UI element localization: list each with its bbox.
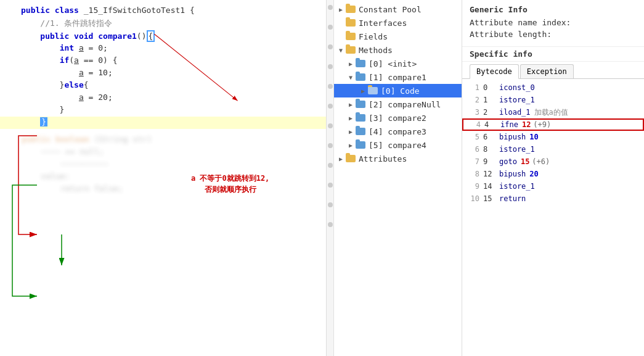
gutter-strip	[327, 0, 334, 356]
bc-instruction: goto	[499, 157, 517, 166]
code-line: }	[0, 104, 326, 117]
tree-arrow-icon: ▶	[336, 6, 345, 13]
tree-item-label: [2] compareNull	[369, 100, 441, 109]
tree-item-compare3[interactable]: ▶ [4] compare3	[334, 125, 462, 138]
tree-item-constant-pool[interactable]: ▶ Constant Pool	[334, 2, 462, 16]
specific-info-label: Specific info	[462, 47, 644, 62]
code-line: return false;	[0, 183, 326, 196]
tree-content: ▶ Constant Pool Interfaces Fields ▼ Meth…	[334, 0, 462, 356]
bc-operand-num: 20	[529, 170, 538, 178]
tree-item-compare4[interactable]: ▶ [5] compare4	[334, 138, 462, 152]
folder-icon	[345, 18, 356, 28]
folder-icon	[345, 154, 356, 164]
bytecode-row: 2 1 istore_1	[462, 94, 644, 106]
generic-info-section: Generic Info Attribute name index: Attri…	[462, 0, 644, 47]
code-text: if(a == 0) {	[18, 56, 326, 65]
bc-offset: 15	[483, 194, 495, 203]
attribute-name-label: Attribute name index:	[470, 18, 571, 27]
tab-exception[interactable]: Exception	[520, 64, 574, 78]
code-line: public boolean (String str)	[0, 134, 326, 146]
line-number	[0, 30, 18, 31]
bc-instruction: bipush	[499, 133, 526, 141]
code-text: //1. 条件跳转指令	[18, 18, 326, 29]
tree-panel: ▶ Constant Pool Interfaces Fields ▼ Meth…	[327, 0, 462, 356]
line-number	[0, 6, 18, 6]
tree-item-compare2[interactable]: ▶ [3] compare2	[334, 111, 462, 125]
tree-item-fields[interactable]: Fields	[334, 30, 462, 43]
tree-item-label: [0] <init>	[369, 59, 417, 68]
bytecode-row: 8 12 bipush 20	[462, 168, 644, 180]
tree-item-code[interactable]: ▶ [0] Code	[334, 84, 462, 97]
attribute-name-field: Attribute name index:	[470, 18, 637, 27]
tree-item-comparenull[interactable]: ▶ [2] compareNull	[334, 97, 462, 111]
code-text: a = 20;	[18, 93, 326, 102]
bytecode-row: 1 0 iconst_0	[462, 81, 644, 94]
code-line: }else{	[0, 80, 326, 92]
tree-item-label: Methods	[359, 46, 393, 55]
code-line: int a = 0;	[0, 43, 326, 55]
tree-arrow-icon: ▶	[336, 155, 345, 162]
code-line: a = 20;	[0, 92, 326, 104]
tree-item-init[interactable]: ▶ [0] <init>	[334, 57, 462, 70]
folder-blue-icon	[355, 126, 366, 136]
tree-arrow-icon: ▶	[359, 88, 367, 94]
folder-blue-icon	[355, 99, 366, 109]
folder-icon	[345, 31, 356, 41]
bc-line-num: 4	[471, 120, 481, 129]
gutter-dot	[328, 5, 333, 10]
bc-line-num: 2	[470, 96, 479, 104]
tree-arrow-icon: ▶	[346, 60, 355, 67]
right-panel: Generic Info Attribute name index: Attri…	[462, 0, 644, 356]
bc-instruction: ifne	[500, 120, 518, 129]
tree-item-label: [3] compare2	[369, 114, 426, 123]
gutter-dot	[328, 104, 333, 109]
bc-offset: 8	[483, 145, 495, 154]
bc-line-num: 6	[470, 145, 479, 154]
code-text: public void compare1(){	[18, 30, 326, 42]
tree-arrow-icon: ▶	[346, 142, 355, 149]
code-text-blurred: return false;	[0, 184, 326, 193]
tree-item-label: [4] compare3	[369, 127, 426, 136]
gutter-dot	[328, 84, 333, 89]
tree-item-label: Attributes	[359, 154, 407, 164]
tree-item-interfaces[interactable]: Interfaces	[334, 16, 462, 30]
bc-line-num: 3	[470, 108, 479, 117]
bc-offset-hint: (+9)	[533, 120, 551, 129]
code-editor: public class _15_IfSwitchGotoTest1 { //1…	[0, 0, 327, 356]
tab-bytecode[interactable]: Bytecode	[470, 64, 519, 79]
bytecode-row: 3 2 iload_1 加载a的值	[462, 106, 644, 118]
generic-info-title: Generic Info	[470, 5, 637, 14]
folder-blue-icon	[355, 59, 366, 68]
code-line: }	[0, 117, 326, 129]
tree-item-compare1[interactable]: ▼ [1] compare1	[334, 70, 462, 84]
line-number	[0, 105, 18, 106]
code-line: a = 10;	[0, 67, 326, 80]
bc-operand: 15	[521, 157, 529, 166]
line-number	[0, 117, 18, 118]
tree-arrow-icon: ▼	[346, 74, 355, 81]
code-line: value:	[0, 171, 326, 183]
bc-offset: 9	[483, 157, 495, 166]
bc-offset-hint: (+6)	[532, 157, 550, 166]
gutter-dot	[328, 202, 333, 207]
gutter-dot	[328, 222, 333, 227]
code-line: public void compare1(){	[0, 30, 326, 43]
line-number	[0, 43, 18, 44]
gutter-dot	[328, 163, 333, 168]
tree-item-methods[interactable]: ▼ Methods	[334, 43, 462, 57]
line-number	[0, 68, 18, 68]
folder-blue-icon	[367, 86, 378, 96]
folder-blue-icon	[355, 140, 366, 150]
bc-instruction: istore_1	[499, 145, 535, 154]
tree-arrow-icon: ▼	[336, 47, 345, 54]
code-text-blurred: public boolean (String str)	[0, 135, 326, 144]
line-number	[0, 93, 18, 93]
tree-item-attributes[interactable]: ▶ Attributes	[334, 152, 462, 165]
tree-arrow-icon: ▶	[346, 101, 355, 108]
bc-offset: 6	[483, 133, 495, 141]
bc-operand-num: 10	[529, 133, 538, 141]
bytecode-row: 9 14 istore_1	[462, 180, 644, 192]
gutter-dot	[328, 44, 333, 49]
bytecode-tabs: Bytecode Exception	[462, 62, 644, 79]
code-line: ~~~~~~~~~~	[0, 159, 326, 171]
